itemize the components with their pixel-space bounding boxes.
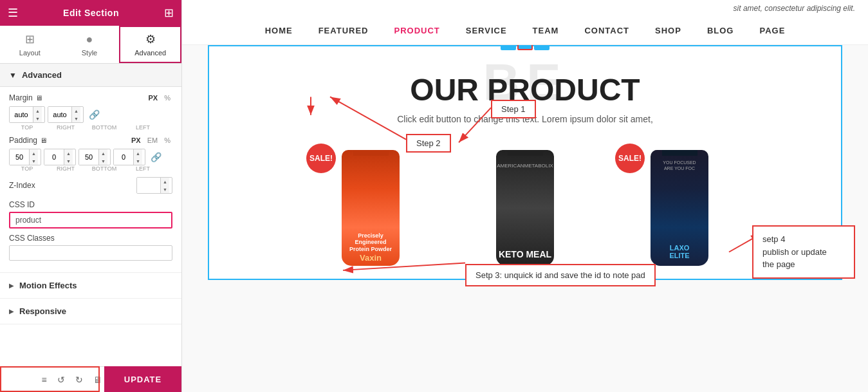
margin-inputs-row: ▲ ▼ ▲ ▼ 🔗 [9,106,172,123]
nav-product[interactable]: PRODUCT [394,26,439,35]
padding-bottom-value[interactable] [79,149,98,165]
grid-icon[interactable]: ⊞ [164,6,174,20]
z-index-input[interactable]: ▲ ▼ [136,177,172,194]
step3-label: Setp 3: unquick id and save the id to no… [476,270,645,280]
step4-annotation: setp 4publish or updatethe page [752,225,855,279]
margin-right-down[interactable]: ▼ [71,115,80,122]
padding-unit-px[interactable]: PX [129,136,143,145]
margin-top-input[interactable]: ▲ ▼ [9,106,45,123]
product-card-3: SALE! YOU FOCUSEDARE YOU FOC LAXOELITE [609,137,750,266]
margin-top-arrows: ▲ ▼ [33,107,42,122]
padding-top-value[interactable] [10,149,29,165]
margin-unit-percent[interactable]: % [162,93,172,102]
tab-advanced-label: Advanced [134,49,166,57]
monitor-icon: 🖥 [35,94,42,102]
nav-page[interactable]: PAGE [759,26,785,35]
margin-left-label: LEFT [125,124,161,131]
step4-label: setp 4publish or updatethe page [762,234,827,269]
tab-style[interactable]: ● Style [60,26,120,63]
nav-team[interactable]: TEAM [533,26,559,35]
tab-layout[interactable]: ⊞ Layout [0,26,60,63]
css-classes-input[interactable] [9,245,172,261]
nav-bar: HOME FEATURED PRODUCT SERVICE TEAM CONTA… [182,17,868,45]
padding-label: Padding 🖥 [9,136,54,145]
product-section: + ⠿ ‹ BE OUR PRODUCT Click edit button t… [208,45,842,280]
update-button[interactable]: UPDATE [104,366,181,392]
tab-layout-label: Layout [19,49,41,57]
move-section-btn[interactable]: ⠿ [517,45,533,50]
padding-bottom-input[interactable]: ▲ ▼ [78,149,111,165]
advanced-section-body: Margin 🖥 PX % ▲ ▼ [0,87,181,273]
step1-label: Step 1 [501,104,526,114]
advanced-arrow: ▼ [9,71,17,80]
footer-icon-2[interactable]: ↺ [57,375,65,385]
margin-unit-px[interactable]: PX [147,93,160,102]
margin-right-up[interactable]: ▲ [71,107,80,115]
z-index-label: Z-Index [9,181,136,190]
nav-featured[interactable]: FEATURED [319,26,369,35]
nav-contact[interactable]: CONTACT [584,26,629,35]
footer-icon-1[interactable]: ≡ [41,375,46,385]
step2-label: Step 2 [416,138,441,148]
add-section-btn[interactable]: + [501,45,516,50]
product-card-1: SALE! Precisely EngineeredProtein Powder… [300,137,441,266]
margin-right-value[interactable] [48,107,71,122]
footer-icon-4[interactable]: 🖥 [93,375,102,385]
padding-sub-labels: TOP RIGHT BOTTOM LEFT [9,165,172,172]
padding-left-label: LEFT [125,165,161,172]
menu-icon[interactable]: ☰ [8,6,18,20]
padding-right-input[interactable]: ▲ ▼ [44,149,76,165]
bottle-2: AMERICANMETABOLIX KETO MEAL [496,150,554,266]
left-panel: ☰ Edit Section ⊞ ⊞ Layout ● Style ⚙ Adva… [0,0,182,392]
padding-left-input[interactable]: ▲ ▼ [113,149,145,165]
margin-right-arrows: ▲ ▼ [71,107,80,122]
bottle-1: Precisely EngineeredProtein Powder Vaxin [342,150,400,266]
tab-advanced[interactable]: ⚙ Advanced [119,26,181,63]
nav-blog[interactable]: BLOG [707,26,734,35]
z-index-arrows: ▲ ▼ [160,178,169,193]
padding-unit-em[interactable]: EM [145,136,160,145]
padding-unit-percent[interactable]: % [162,136,172,145]
padding-left-up[interactable]: ▲ [133,149,142,157]
layout-icon: ⊞ [25,32,35,46]
responsive-section[interactable]: ▶ Responsive [0,299,181,324]
padding-bottom-down[interactable]: ▼ [98,157,107,165]
advanced-section-header[interactable]: ▼ Advanced [0,64,181,87]
margin-bottom-label: BOTTOM [86,124,122,131]
panel-header: ☰ Edit Section ⊞ [0,0,181,26]
product-card-2: AMERICANMETABOLIX KETO MEAL [454,137,596,266]
advanced-icon: ⚙ [145,32,156,46]
margin-top-down[interactable]: ▼ [33,115,42,122]
product-img-2: AMERICANMETABOLIX KETO MEAL [474,137,577,266]
tab-bar: ⊞ Layout ● Style ⚙ Advanced [0,26,181,64]
z-index-down[interactable]: ▼ [160,185,169,193]
padding-right-up[interactable]: ▲ [64,149,73,157]
nav-home[interactable]: HOME [265,26,293,35]
margin-right-input[interactable]: ▲ ▼ [48,106,84,123]
panel-title: Edit Section [63,8,119,18]
z-index-up[interactable]: ▲ [160,178,169,185]
margin-link-icon[interactable]: 🔗 [86,109,102,120]
products-row: SALE! Precisely EngineeredProtein Powder… [222,137,828,266]
padding-top-up[interactable]: ▲ [29,149,38,157]
padding-bottom-up[interactable]: ▲ [98,149,107,157]
motion-effects-section[interactable]: ▶ Motion Effects [0,273,181,299]
margin-top-value[interactable] [10,107,33,122]
padding-field-row: Padding 🖥 PX EM % [9,136,172,145]
padding-right-value[interactable] [44,149,64,165]
padding-left-down[interactable]: ▼ [133,157,142,165]
left-arrow-btn[interactable]: ‹ [534,45,549,50]
padding-link-icon[interactable]: 🔗 [148,152,164,162]
footer-icon-3[interactable]: ↻ [75,375,83,385]
z-index-value[interactable] [137,178,160,193]
padding-top-input[interactable]: ▲ ▼ [9,149,41,165]
padding-left-arrows: ▲ ▼ [133,149,142,165]
nav-shop[interactable]: SHOP [655,26,681,35]
padding-left-value[interactable] [114,149,133,165]
margin-top-up[interactable]: ▲ [33,107,42,115]
margin-sub-labels: TOP RIGHT BOTTOM LEFT [9,124,172,131]
padding-top-down[interactable]: ▼ [29,157,38,165]
padding-right-down[interactable]: ▼ [64,157,73,165]
nav-service[interactable]: SERVICE [466,26,507,35]
css-id-input[interactable] [9,212,172,229]
